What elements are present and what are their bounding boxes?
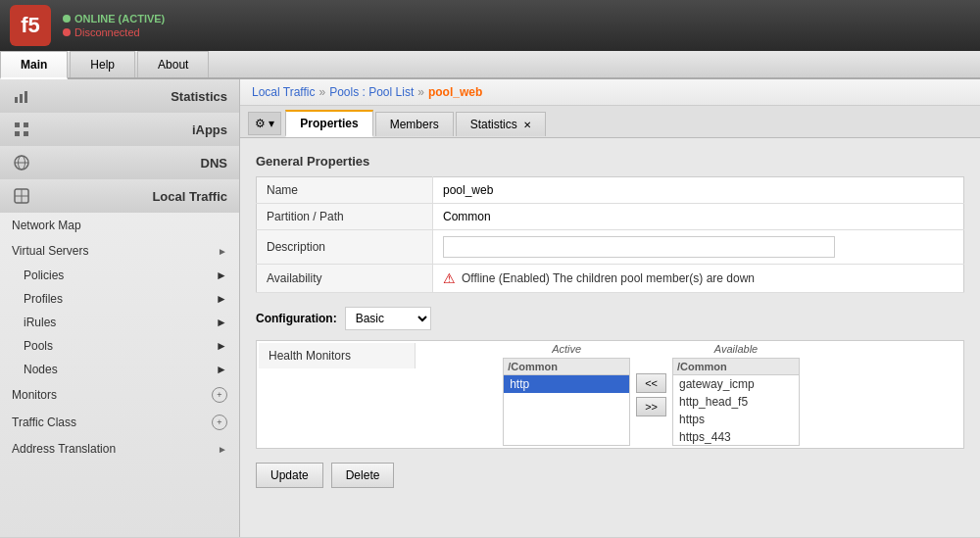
chevron-right-icon: ► (216, 339, 227, 353)
tab-help[interactable]: Help (70, 51, 135, 77)
sidebar-item-virtual-servers[interactable]: Virtual Servers ► (0, 238, 239, 264)
health-monitors-label: Health Monitors (259, 343, 416, 368)
iapps-icon (12, 120, 31, 139)
svg-rect-3 (15, 122, 20, 127)
sidebar-item-statistics[interactable]: Statistics (0, 79, 239, 113)
sidebar-item-address-translation[interactable]: Address Translation ► (0, 436, 239, 462)
field-value-partition: Common (433, 204, 964, 230)
list-item[interactable]: http_head_f5 (673, 393, 799, 411)
breadcrumb-current: pool_web (428, 85, 482, 99)
sidebar-item-policies[interactable]: Policies ► (0, 264, 239, 287)
sidebar-item-irules[interactable]: iRules ► (0, 311, 239, 334)
table-row: Availability ⚠ Offline (Enabled) The chi… (257, 265, 964, 293)
main-layout: Statistics iApps DNS Local Traffic Netwo… (0, 79, 980, 537)
dns-icon (12, 153, 31, 172)
sidebar-item-iapps[interactable]: iApps (0, 113, 239, 146)
sidebar-item-profiles[interactable]: Profiles ► (0, 287, 239, 311)
tab-about[interactable]: About (137, 51, 209, 77)
online-dot-icon (63, 15, 71, 23)
chevron-right-icon: ► (216, 269, 227, 282)
table-row: Name pool_web (257, 177, 964, 204)
active-list-wrap: Active /Common http (503, 343, 630, 446)
breadcrumb: Local Traffic » Pools : Pool List » pool… (240, 79, 980, 106)
status-area: ONLINE (ACTIVE) Disconnected (63, 13, 165, 38)
breadcrumb-sep1: » (318, 85, 325, 99)
action-buttons: Update Delete (256, 463, 964, 488)
field-cell-description (433, 230, 964, 265)
form-area: General Properties Name pool_web Partiti… (240, 138, 980, 504)
sidebar-item-nodes[interactable]: Nodes ► (0, 358, 239, 381)
hm-controls: Active /Common http << >> (503, 343, 961, 446)
available-list-wrap: Available /Common gateway_icmp http_head… (672, 343, 800, 446)
sidebar-item-pools[interactable]: Pools ► (0, 334, 239, 358)
sidebar-item-local-traffic[interactable]: Local Traffic (0, 179, 239, 213)
svg-rect-2 (24, 91, 27, 103)
svg-rect-6 (24, 131, 28, 136)
configuration-header: Configuration: Basic Advanced (256, 307, 964, 330)
active-label: Active (503, 343, 630, 355)
description-input[interactable] (443, 236, 835, 258)
field-value-name: pool_web (433, 177, 964, 204)
arrow-buttons: << >> (636, 373, 666, 416)
available-group-header: /Common (673, 359, 799, 375)
breadcrumb-local-traffic[interactable]: Local Traffic (252, 85, 315, 99)
health-monitors-table: Health Monitors Active /Common http (256, 340, 964, 449)
content-tabs: ⚙ ▾ Properties Members Statistics ✕ (240, 106, 980, 138)
chevron-right-icon: ► (216, 316, 227, 329)
move-left-button[interactable]: << (636, 373, 666, 393)
list-item[interactable]: https (673, 411, 799, 428)
tab-properties[interactable]: Properties (285, 110, 372, 137)
breadcrumb-pools-list[interactable]: Pools : Pool List (329, 85, 414, 99)
field-label-availability: Availability (257, 265, 433, 293)
gear-button[interactable]: ⚙ ▾ (248, 112, 281, 135)
circle-icon: + (212, 415, 227, 430)
nav-tabs: Main Help About (0, 51, 980, 79)
tab-main[interactable]: Main (0, 51, 68, 79)
field-label-description: Description (257, 230, 433, 265)
health-monitors-controls: Active /Common http << >> (503, 343, 961, 446)
offline-icon: ⚠ (443, 270, 456, 286)
list-item[interactable]: http (504, 375, 629, 393)
f5-logo: f5 (10, 5, 51, 46)
field-label-partition: Partition / Path (257, 204, 433, 230)
table-row: Partition / Path Common (257, 204, 964, 230)
sidebar-item-traffic-class[interactable]: Traffic Class + (0, 409, 239, 436)
chevron-right-icon: ► (216, 363, 227, 376)
move-right-button[interactable]: >> (636, 397, 666, 416)
update-button[interactable]: Update (256, 463, 323, 488)
field-value-availability: ⚠ Offline (Enabled) The children pool me… (433, 265, 964, 293)
tab-close-icon[interactable]: ✕ (523, 120, 531, 130)
chevron-right-icon: ► (216, 292, 227, 306)
svg-rect-4 (24, 122, 28, 127)
sidebar-item-monitors[interactable]: Monitors + (0, 381, 239, 409)
general-properties-table: Name pool_web Partition / Path Common De… (256, 176, 964, 293)
general-properties-title: General Properties (256, 154, 964, 169)
list-item[interactable]: https_443 (673, 428, 799, 446)
tab-statistics[interactable]: Statistics ✕ (456, 112, 547, 136)
sidebar-item-dns[interactable]: DNS (0, 146, 239, 179)
table-row: Description (257, 230, 964, 265)
active-list-box[interactable]: /Common http (503, 358, 630, 446)
circle-icon: + (212, 387, 227, 403)
tab-members[interactable]: Members (375, 112, 454, 136)
available-list-box[interactable]: /Common gateway_icmp http_head_f5 https … (672, 358, 800, 446)
local-traffic-icon (12, 186, 31, 206)
delete-button[interactable]: Delete (331, 463, 395, 488)
sidebar: Statistics iApps DNS Local Traffic Netwo… (0, 79, 240, 537)
svg-rect-0 (15, 97, 18, 103)
available-label: Available (672, 343, 800, 355)
svg-rect-1 (20, 94, 23, 103)
status-disconnected: Disconnected (63, 26, 165, 38)
statistics-icon (12, 86, 31, 106)
sidebar-item-network-map[interactable]: Network Map (0, 213, 239, 238)
top-header: f5 ONLINE (ACTIVE) Disconnected (0, 0, 980, 51)
configuration-mode-select[interactable]: Basic Advanced (345, 307, 431, 330)
breadcrumb-sep2: » (417, 85, 424, 99)
chevron-right-icon: ► (218, 444, 227, 455)
disconnected-dot-icon (63, 28, 71, 36)
active-group-header: /Common (504, 359, 629, 375)
table-row: Health Monitors Active /Common http (259, 343, 961, 446)
list-item[interactable]: gateway_icmp (673, 375, 799, 393)
chevron-right-icon: ► (218, 246, 227, 257)
svg-rect-5 (15, 131, 20, 136)
